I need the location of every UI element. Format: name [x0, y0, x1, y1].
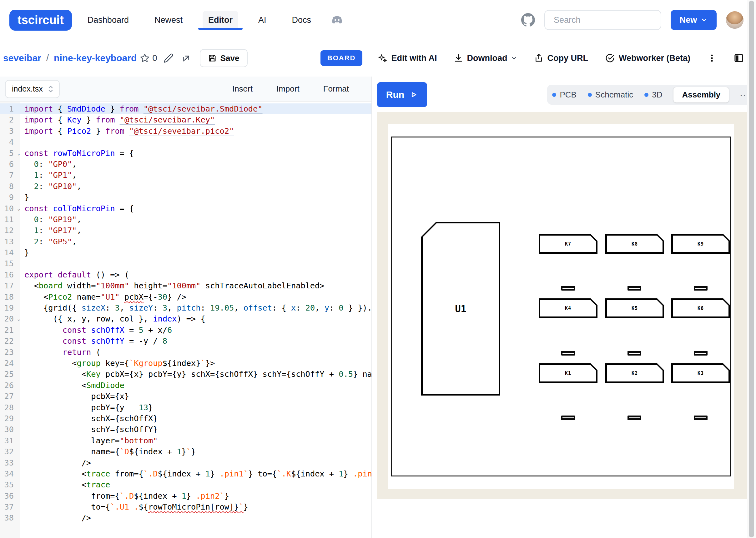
fold-chevron-icon[interactable]: ⌄	[16, 313, 22, 324]
board-badge[interactable]: BOARD	[320, 50, 363, 66]
nav-item-dashboard[interactable]: Dashboard	[82, 11, 135, 29]
discord-icon[interactable]	[330, 15, 344, 25]
code-line[interactable]: 8 2: "GP10",	[0, 181, 372, 192]
code-line[interactable]: 33 />	[0, 457, 372, 468]
breadcrumb-owner[interactable]: seveibar	[3, 53, 41, 63]
editor-menu-import[interactable]: Import	[274, 84, 301, 94]
page-scrollbar[interactable]	[747, 0, 756, 538]
copy-url-button[interactable]: Copy URL	[532, 53, 590, 63]
code-line[interactable]: 9}	[0, 192, 372, 203]
component-key-k4[interactable]: K4	[539, 298, 598, 318]
code-line[interactable]: 12 1: "GP17",	[0, 225, 372, 236]
nav-item-editor[interactable]: Editor	[203, 11, 238, 29]
webworker-button[interactable]: Webworker (Beta)	[603, 53, 692, 63]
download-button[interactable]: Download	[452, 53, 519, 63]
component-smd-diode[interactable]	[561, 351, 575, 355]
code-line[interactable]: 15	[0, 258, 372, 269]
github-icon[interactable]	[521, 13, 535, 27]
code-line[interactable]: 26 <SmdDiode	[0, 380, 372, 391]
search-input[interactable]	[553, 15, 648, 25]
rename-button[interactable]	[162, 51, 175, 65]
component-smd-diode[interactable]	[627, 351, 641, 355]
editor-menu-format[interactable]: Format	[321, 84, 351, 94]
code-line[interactable]: 29 schX={schOffX}	[0, 413, 372, 424]
code-line[interactable]: 27 pcbX={x}	[0, 391, 372, 402]
file-selector[interactable]: index.tsx	[5, 80, 60, 98]
more-menu-button[interactable]	[705, 52, 719, 65]
breadcrumb-project[interactable]: nine-key-keyboard	[54, 53, 137, 63]
component-key-k3[interactable]: K3	[671, 363, 730, 383]
component-smd-diode[interactable]	[694, 351, 708, 355]
code-line[interactable]: 17 <board width="100mm" height="100mm" s…	[0, 280, 372, 291]
code-line[interactable]: 13 2: "GP5",	[0, 236, 372, 247]
code-line[interactable]: 31 layer="bottom"	[0, 435, 372, 446]
preview-tab-schematic[interactable]: Schematic	[588, 90, 633, 100]
component-key-k1[interactable]: K1	[539, 363, 598, 383]
component-smd-diode[interactable]	[561, 415, 575, 420]
code-line[interactable]: 6 0: "GP0",	[0, 159, 372, 170]
code-line[interactable]: 36 from={`.D${index + 1} .pin2`}	[0, 491, 372, 502]
star-button[interactable]: 0	[140, 53, 157, 63]
component-key-k7[interactable]: K7	[539, 234, 598, 254]
code-line[interactable]: 10⌄const colToMicroPin = {	[0, 203, 372, 214]
code-line[interactable]: 23 return (	[0, 347, 372, 358]
code-line[interactable]: 20⌄ ({ x, y, row, col }, index) => {	[0, 313, 372, 324]
fold-chevron-icon[interactable]: ⌄	[16, 203, 22, 214]
component-smd-diode[interactable]	[561, 286, 575, 291]
component-smd-diode[interactable]	[627, 415, 641, 420]
preview-tab-assembly[interactable]: Assembly	[673, 87, 729, 102]
code-line[interactable]: 38 />	[0, 512, 372, 523]
new-button[interactable]: New	[670, 10, 717, 30]
nav-item-docs[interactable]: Docs	[286, 11, 317, 29]
editor-menu-insert[interactable]: Insert	[230, 84, 255, 94]
code-line[interactable]: 16export default () => (	[0, 269, 372, 280]
preview-tab-3d[interactable]: 3D	[644, 90, 662, 100]
component-u1[interactable]: U1	[421, 222, 500, 396]
code-line[interactable]: 2import { Key } from "@tsci/seveibar.Key…	[0, 114, 372, 125]
component-smd-diode[interactable]	[694, 286, 708, 291]
code-line[interactable]: 19 {grid({ sizeX: 3, sizeY: 3, pitch: 19…	[0, 302, 372, 313]
fold-gutter	[16, 391, 22, 402]
code-line[interactable]: 21 const schOffX = 5 + x/6	[0, 325, 372, 336]
code-line[interactable]: 37 to={`.U1 .${rowToMicroPin[row]}`}	[0, 502, 372, 512]
code-line[interactable]: 11 0: "GP19",	[0, 214, 372, 225]
fold-chevron-icon[interactable]: ⌄	[16, 148, 22, 159]
nav-item-newest[interactable]: Newest	[149, 11, 188, 29]
component-key-k5[interactable]: K5	[605, 298, 664, 318]
open-share-button[interactable]	[180, 51, 194, 65]
component-key-k9[interactable]: K9	[671, 234, 730, 254]
code-text: 1: "GP17",	[22, 225, 82, 236]
nav-item-ai[interactable]: AI	[253, 11, 272, 29]
code-line[interactable]: 18 <Pico2 name="U1" pcbX={-30} />	[0, 292, 372, 302]
code-line[interactable]: 30 schY={schOffY}	[0, 424, 372, 435]
component-key-k8[interactable]: K8	[605, 234, 664, 254]
code-line[interactable]: 32 name={`D${index + 1}`}	[0, 446, 372, 457]
code-line[interactable]: 3import { Pico2 } from "@tsci/seveibar.p…	[0, 126, 372, 136]
code-line[interactable]: 1import { SmdDiode } from "@tsci/seveiba…	[0, 103, 372, 114]
code-line[interactable]: 22 const schOffY = -y / 8	[0, 336, 372, 347]
code-line[interactable]: 14}	[0, 247, 372, 258]
code-line[interactable]: 28 pcbY={y - 13}	[0, 402, 372, 413]
code-line[interactable]: 35 <trace	[0, 479, 372, 490]
scrollbar-thumb[interactable]	[749, 1, 754, 537]
code-line[interactable]: 5⌄const rowToMicroPin = {	[0, 148, 372, 159]
tscircuit-logo[interactable]: tscircuit	[9, 10, 72, 30]
component-key-k6[interactable]: K6	[671, 298, 730, 318]
save-button-label: Save	[220, 53, 240, 63]
code-line[interactable]: 4	[0, 136, 372, 147]
toggle-panel-button[interactable]	[731, 51, 746, 65]
code-line[interactable]: 25 <Key pcbX={x} pcbY={y} schX={schOffX}…	[0, 369, 372, 380]
component-smd-diode[interactable]	[694, 415, 708, 420]
code-line[interactable]: 34 <trace from={`.D${index + 1} .pin1`} …	[0, 468, 372, 479]
user-avatar[interactable]	[726, 11, 743, 29]
edit-with-ai-button[interactable]: Edit with AI	[376, 53, 439, 63]
component-key-k2[interactable]: K2	[605, 363, 664, 383]
code-line[interactable]: 24 <group key={`Kgroup${index}`}>	[0, 358, 372, 369]
code-line[interactable]: 7 1: "GP1",	[0, 170, 372, 181]
component-smd-diode[interactable]	[627, 286, 641, 291]
assembly-canvas[interactable]: U1 K7K8K9K4K5K6K1K2K3	[377, 112, 750, 499]
save-button[interactable]: Save	[200, 49, 248, 67]
code-editor[interactable]: 1import { SmdDiode } from "@tsci/seveiba…	[0, 102, 372, 538]
preview-tab-pcb[interactable]: PCB	[552, 90, 576, 100]
run-button[interactable]: Run	[377, 82, 427, 107]
